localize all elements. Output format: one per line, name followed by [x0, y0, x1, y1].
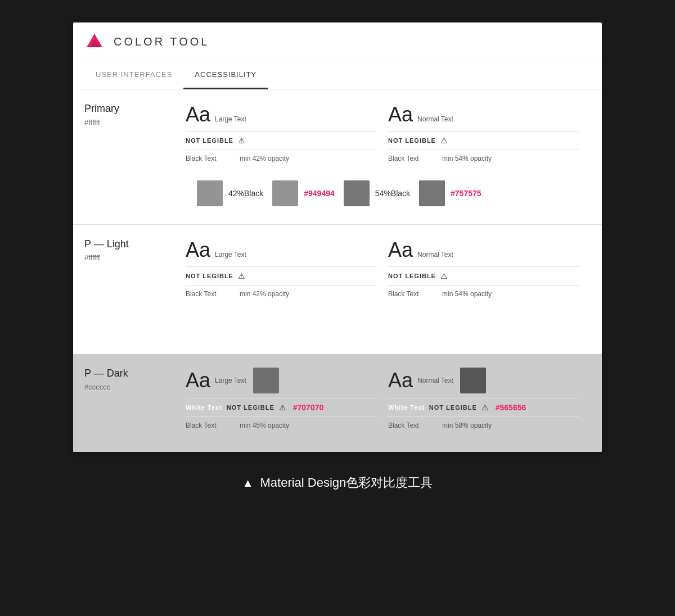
- primary-col2-text-type: Black Text: [388, 155, 433, 162]
- swatch-54-hex-item: #757575: [419, 180, 482, 206]
- section-primary: Primary #ffffff Aa Large Text NOT LEGIBL…: [73, 89, 602, 224]
- swatch-54-hex-box: [419, 180, 445, 206]
- primary-col1-opacity-value: min 42% opacity: [240, 155, 289, 162]
- plight-col2-aa-label: Normal Text: [417, 251, 453, 259]
- primary-col1-legibility-text: NOT LEGIBLE: [186, 137, 233, 144]
- plight-col1-opacity: Black Text min 42% opacity: [186, 285, 377, 302]
- plight-col1-text-type: Black Text: [186, 290, 231, 298]
- section-plight-name: P — Light: [84, 238, 186, 250]
- pdark-col1-aa-row: Aa Large Text: [186, 368, 377, 393]
- primary-col2-opacity-value: min 54% opacity: [442, 155, 492, 162]
- primary-col1-text-type: Black Text: [186, 155, 231, 162]
- tab-accessibility[interactable]: ACCESSIBILITY: [183, 61, 268, 89]
- section-p-light: P — Light #ffffff Aa Large Text NOT LEGI…: [73, 224, 602, 354]
- warning-icon-1: ⚠: [238, 136, 245, 145]
- primary-col1-aa: Aa: [186, 103, 210, 126]
- swatch-54-box: [344, 180, 370, 206]
- pdark-col2-hex: #565656: [496, 403, 526, 412]
- primary-col2-legibility-text: NOT LEGIBLE: [388, 137, 436, 144]
- primary-col2: Aa Normal Text NOT LEGIBLE ⚠ Black Text …: [388, 103, 591, 167]
- pdark-col2: Aa Normal Text White Text NOT LEGIBLE ⚠ …: [388, 368, 591, 434]
- caption: ▲ Material Design色彩对比度工具: [242, 474, 433, 491]
- swatch-42-hex-label: #949494: [304, 189, 335, 198]
- warning-icon-3: ⚠: [238, 271, 245, 280]
- primary-col2-opacity: Black Text min 54% opacity: [388, 150, 579, 167]
- pdark-col1-legibility: White Text NOT LEGIBLE ⚠ #707070: [186, 398, 377, 416]
- pdark-col1-text-type: Black Text: [186, 422, 231, 429]
- plight-col2: Aa Normal Text NOT LEGIBLE ⚠ Black Text …: [388, 238, 591, 302]
- pdark-col2-legibility: White Text NOT LEGIBLE ⚠ #565656: [388, 398, 579, 416]
- plight-spacer: [84, 302, 591, 336]
- plight-col1-aa: Aa: [186, 238, 210, 262]
- caption-text: Material Design色彩对比度工具: [260, 474, 433, 491]
- plight-col1-aa-label: Large Text: [215, 251, 246, 259]
- primary-swatches: 42%Black #949494 54%Black #757575: [84, 180, 591, 206]
- plight-col2-aa-row: Aa Normal Text: [388, 238, 579, 262]
- plight-col2-aa: Aa: [388, 238, 413, 262]
- plight-col2-opacity-value: min 54% opacity: [442, 290, 492, 298]
- section-pdark-hex: #cccccc: [84, 383, 186, 391]
- tab-user-interfaces[interactable]: USER INTERFACES: [84, 61, 183, 89]
- section-primary-info: Primary #ffffff: [84, 103, 186, 126]
- tabs-bar: USER INTERFACES ACCESSIBILITY: [73, 61, 602, 89]
- primary-col1-legibility: NOT LEGIBLE ⚠: [186, 131, 377, 150]
- plight-col2-opacity: Black Text min 54% opacity: [388, 285, 579, 302]
- primary-col1-opacity: Black Text min 42% opacity: [186, 150, 377, 167]
- primary-col2-aa-label: Normal Text: [417, 115, 453, 123]
- pdark-col2-swatch: [460, 368, 486, 393]
- warning-icon-2: ⚠: [440, 136, 448, 145]
- section-plight-hex: #ffffff: [84, 253, 186, 262]
- warning-icon-6: ⚠: [482, 403, 489, 412]
- pdark-col2-aa: Aa: [388, 369, 413, 392]
- pdark-col1-aa: Aa: [186, 369, 210, 392]
- section-p-dark: P — Dark #cccccc Aa Large Text White Tex…: [73, 354, 602, 452]
- pdark-col2-aa-row: Aa Normal Text: [388, 368, 579, 393]
- section-plight-info: P — Light #ffffff: [84, 238, 186, 262]
- swatch-42-box: [197, 180, 223, 206]
- plight-col2-legibility-text: NOT LEGIBLE: [388, 273, 436, 279]
- primary-col1-aa-row: Aa Large Text: [186, 103, 377, 126]
- plight-col1-legibility-text: NOT LEGIBLE: [186, 273, 233, 279]
- swatch-42-hex-box: [272, 180, 298, 206]
- plight-col1-opacity-value: min 42% opacity: [240, 290, 289, 298]
- pdark-col1-hex: #707070: [293, 403, 324, 412]
- pdark-col1-opacity-value: min 45% opacity: [240, 422, 289, 429]
- pdark-col1-white-text: White Text: [186, 404, 222, 411]
- section-primary-name: Primary: [84, 103, 186, 115]
- pdark-col1-opacity: Black Text min 45% opacity: [186, 416, 377, 434]
- app-title: COLOR TOOL: [114, 35, 209, 48]
- swatch-42-label: 42%Black: [228, 189, 263, 198]
- pdark-col2-opacity: Black Text min 58% opacity: [388, 416, 579, 434]
- warning-icon-4: ⚠: [440, 271, 448, 280]
- pdark-col2-text-type: Black Text: [388, 422, 433, 429]
- pdark-col1-swatch: [253, 368, 279, 393]
- section-pdark-info: P — Dark #cccccc: [84, 368, 186, 391]
- content: Primary #ffffff Aa Large Text NOT LEGIBL…: [73, 89, 602, 452]
- swatch-42-black: 42%Black: [197, 180, 263, 206]
- pdark-col1-aa-label: Large Text: [215, 377, 246, 384]
- caption-triangle: ▲: [242, 477, 254, 490]
- swatch-42-hex-item: #949494: [272, 180, 335, 206]
- header: COLOR TOOL: [73, 22, 602, 61]
- pdark-col2-legibility-text: NOT LEGIBLE: [429, 404, 477, 411]
- swatch-54-black: 54%Black: [344, 180, 410, 206]
- pdark-col1-legibility-text: NOT LEGIBLE: [227, 404, 274, 411]
- primary-col1: Aa Large Text NOT LEGIBLE ⚠ Black Text m…: [186, 103, 388, 167]
- plight-col1-legibility: NOT LEGIBLE ⚠: [186, 266, 377, 285]
- section-primary-hex: #ffffff: [84, 118, 186, 126]
- primary-col1-aa-label: Large Text: [215, 115, 246, 123]
- primary-col2-legibility: NOT LEGIBLE ⚠: [388, 131, 579, 150]
- swatch-54-hex-label: #757575: [451, 189, 482, 198]
- logo-icon: [84, 31, 105, 52]
- plight-col1: Aa Large Text NOT LEGIBLE ⚠ Black Text m…: [186, 238, 388, 302]
- pdark-col2-white-text: White Text: [388, 404, 425, 411]
- primary-col2-aa: Aa: [388, 103, 413, 126]
- primary-col2-aa-row: Aa Normal Text: [388, 103, 579, 126]
- section-pdark-name: P — Dark: [84, 368, 186, 379]
- warning-icon-5: ⚠: [279, 403, 286, 412]
- pdark-col2-opacity-value: min 58% opacity: [442, 422, 492, 429]
- pdark-col2-aa-label: Normal Text: [417, 377, 453, 384]
- swatch-54-label: 54%Black: [375, 189, 410, 198]
- plight-col2-legibility: NOT LEGIBLE ⚠: [388, 266, 579, 285]
- main-card: COLOR TOOL USER INTERFACES ACCESSIBILITY…: [73, 22, 602, 452]
